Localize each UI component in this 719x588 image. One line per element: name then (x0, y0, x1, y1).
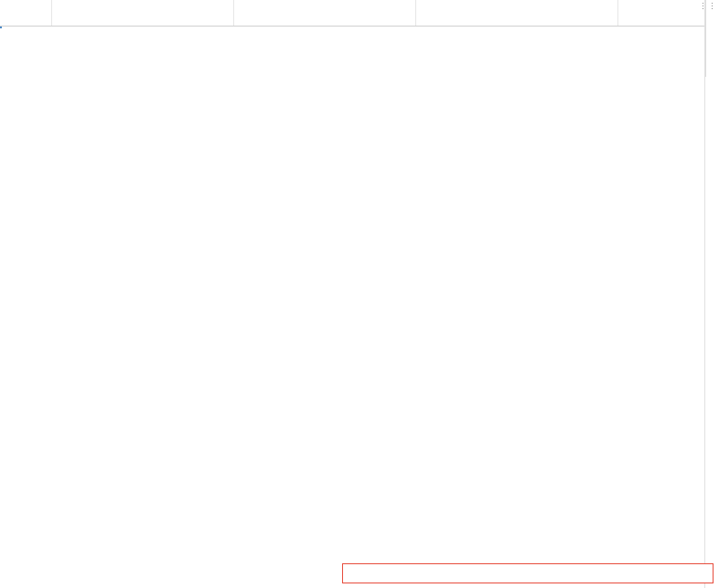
columns-side-tab[interactable]: ⋮⋮⋮ (705, 0, 719, 77)
column-header-beginlocation[interactable] (618, 0, 704, 26)
data-grid[interactable] (0, 0, 705, 588)
column-header-damageproperty[interactable] (52, 0, 234, 26)
column-header-blank[interactable] (0, 0, 52, 26)
column-header-source[interactable] (416, 0, 618, 26)
column-header-row (0, 0, 704, 27)
column-header-damagecrops[interactable] (234, 0, 416, 26)
aggregate-status-bar (342, 563, 714, 583)
columns-tab-grip-icon: ⋮⋮⋮ (699, 4, 719, 9)
selection-outline (0, 27, 2, 28)
